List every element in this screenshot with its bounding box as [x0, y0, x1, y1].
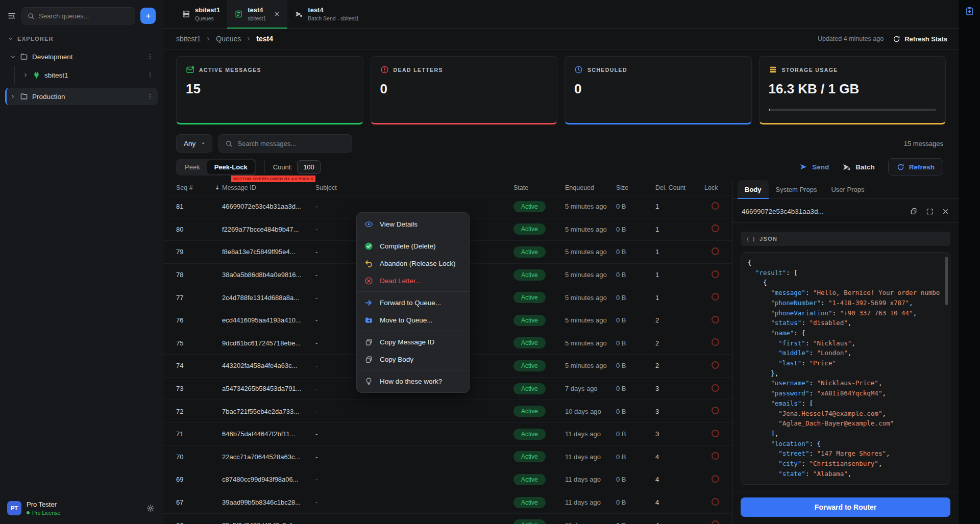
inspector-message-id: 46699072e53c4b31aa3d... [742, 208, 824, 215]
tree-item-sbitest1[interactable]: sbitest1 [18, 66, 158, 84]
state-badge: Active [513, 201, 546, 212]
table-row[interactable]: 6739aad99b5b8346c1bc28...-Active11 days … [163, 491, 732, 514]
table-row[interactable]: 69c87480cc99d943f98a06...-Active11 days … [163, 468, 732, 491]
tab-test4[interactable]: test4sbitest1 [227, 0, 287, 28]
move-folder-icon [364, 316, 373, 325]
cell-del: 1 [655, 226, 704, 233]
column-lock[interactable]: Lock [704, 184, 726, 191]
send-button[interactable]: Send [799, 163, 829, 171]
add-connection-button[interactable] [140, 8, 156, 24]
peek-lock-mode-option[interactable]: Peek-Lock [207, 160, 255, 174]
close-icon[interactable] [942, 208, 949, 215]
menu-item-copy-message-id[interactable]: Copy Message ID [357, 333, 469, 351]
refresh-stats-button[interactable]: Refresh Stats [893, 35, 947, 43]
state-badge: Active [513, 519, 546, 524]
cell-size: 0 B [616, 453, 655, 461]
updated-timestamp: Updated 4 minutes ago [818, 35, 884, 42]
tab-test4-batch-send[interactable]: test4Batch Send - sbitest1 [287, 0, 366, 28]
messages-count: 15 messages [904, 140, 943, 147]
clipboard-paste-icon[interactable] [965, 6, 974, 16]
menu-item-how-do-these-work[interactable]: How do these work? [357, 372, 469, 390]
lock-icon [712, 338, 719, 346]
cell-lock [704, 520, 726, 524]
folder-icon [20, 53, 28, 61]
state-badge: Active [513, 223, 546, 235]
breadcrumb-queues[interactable]: Queues [216, 35, 241, 43]
queue-search-input[interactable] [39, 12, 130, 20]
cell-del: 1 [655, 248, 704, 256]
menu-item-view-details[interactable]: View Details [357, 215, 469, 233]
cell-seq: 81 [176, 203, 214, 210]
stat-value: 0 [574, 81, 742, 97]
chevron-down-icon [200, 140, 207, 147]
cell-id: 39aad99b5b8346c1bc28... [222, 498, 315, 506]
cell-del: 1 [655, 271, 704, 279]
table-row[interactable]: 7022acc71a70644528a63c...-Active11 days … [163, 446, 732, 469]
cell-id: f2269a77bcce484b9b47... [222, 226, 315, 233]
menu-item-move-to-queue[interactable]: Move to Queue... [357, 311, 469, 329]
refresh-button[interactable]: Refresh [888, 158, 943, 176]
filter-type-select[interactable]: Any [176, 134, 212, 153]
cell-seq: 67 [176, 498, 214, 506]
close-icon[interactable] [274, 11, 280, 17]
menu-item-forward-to-queue[interactable]: Forward to Queue... [357, 294, 469, 311]
copy-icon[interactable] [910, 207, 918, 215]
table-row[interactable]: 71646b75daf44647f2bf11...-Active11 days … [163, 423, 732, 446]
menu-item-abandon-release-lock[interactable]: Abandon (Release Lock) [357, 255, 469, 272]
table-row[interactable]: 6635c5f0d2428d48d7a0af...-Active11 days … [163, 514, 732, 524]
column-message-id[interactable]: Message ID [222, 184, 315, 191]
column-enqueued[interactable]: Enqueued [565, 184, 616, 191]
tab-body[interactable]: Body [738, 180, 769, 198]
message-search-input[interactable] [237, 140, 346, 147]
peek-mode-option[interactable]: Peek [178, 160, 207, 174]
tab-user-props[interactable]: User Props [824, 180, 871, 198]
column-del-count[interactable]: Del. Count [655, 184, 704, 191]
tree-item-development[interactable]: Development [5, 48, 158, 65]
forward-to-router-button[interactable]: Forward to Router [741, 497, 950, 517]
cell-sub: - [315, 498, 513, 506]
column-subject[interactable]: Subject [315, 184, 513, 191]
column-state[interactable]: State [513, 184, 565, 191]
tree-item-label: Production [32, 93, 142, 101]
tab-sbitest1-queues[interactable]: sbitest1Queues [175, 0, 227, 28]
check-circle-icon [364, 242, 373, 251]
cell-lock [704, 475, 726, 484]
cell-enq: 11 days ago [565, 521, 616, 524]
menu-item-dead-letter[interactable]: Dead Letter... [357, 272, 469, 289]
json-body-viewer[interactable]: { "result": [ { "message": "Hello, Berni… [741, 252, 950, 485]
menu-item-label: Dead Letter... [380, 277, 421, 285]
tab-system-props[interactable]: System Props [769, 180, 824, 198]
kebab-menu-icon[interactable] [146, 93, 154, 100]
chevron-right-icon [246, 36, 251, 41]
braces-icon [746, 236, 755, 242]
count-input[interactable] [297, 160, 321, 174]
sort-descending-icon[interactable] [214, 184, 222, 191]
menu-item-copy-body[interactable]: Copy Body [357, 351, 469, 368]
state-badge: Active [513, 269, 546, 281]
cell-id: 7bac721f55eb4e2da733... [222, 408, 315, 415]
message-filter-row: Any 15 messages [163, 124, 959, 153]
explorer-header[interactable]: EXPLORER [0, 31, 163, 46]
state-badge: Active [513, 429, 546, 440]
gear-icon[interactable] [146, 504, 155, 512]
scrollbar-thumb[interactable] [945, 257, 948, 305]
lock-icon [712, 384, 719, 392]
collapse-sidebar-icon[interactable] [7, 11, 16, 20]
menu-item-label: Copy Message ID [380, 338, 434, 346]
column-size[interactable]: Size [616, 184, 655, 191]
cell-id: 22acc71a70644528a63c... [222, 453, 315, 461]
table-row[interactable]: 727bac721f55eb4e2da733...-Active10 days … [163, 400, 732, 423]
menu-item-complete-delete[interactable]: Complete (Delete) [357, 237, 469, 255]
breadcrumb-namespace[interactable]: sbitest1 [176, 35, 201, 43]
cell-seq: 71 [176, 430, 214, 438]
cell-id: ecd4416095aa4193a410... [222, 316, 315, 324]
column-seq[interactable]: Seq # [176, 184, 214, 191]
filter-type-value: Any [184, 140, 195, 147]
expand-icon[interactable] [926, 208, 934, 215]
batch-button[interactable]: Batch [842, 163, 875, 171]
kebab-menu-icon[interactable] [146, 71, 154, 79]
tree-item-production[interactable]: Production [5, 88, 158, 105]
tree-children-development: sbitest1 [14, 66, 158, 84]
right-rail [959, 0, 980, 524]
kebab-menu-icon[interactable] [146, 53, 154, 60]
